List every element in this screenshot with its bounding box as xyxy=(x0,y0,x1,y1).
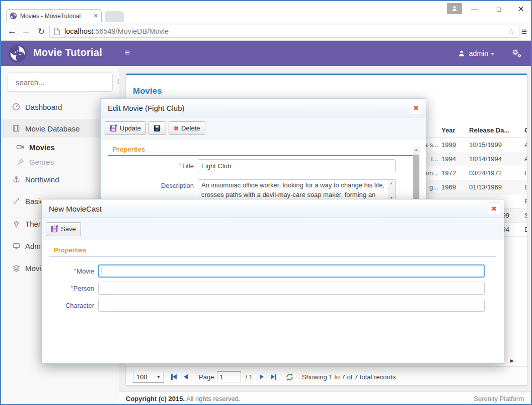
layers-icon xyxy=(11,264,21,273)
update-label: Update xyxy=(120,124,141,132)
new-tab-stub[interactable] xyxy=(105,11,124,22)
column-header-release-date[interactable]: Release Da... xyxy=(469,123,509,138)
page-number-input[interactable] xyxy=(217,371,241,382)
save-floppy-icon xyxy=(51,225,58,233)
page-total: / 1 xyxy=(245,373,252,381)
new-moviecast-dialog: New MovieCast ✖ Save Properties *Movie *… xyxy=(41,199,504,364)
dialog-titlebar[interactable]: Edit Movie (Fight Club) ✖ xyxy=(101,99,426,117)
url-text: localhost:56549/MovieDB/Movie xyxy=(64,27,505,35)
user-caret-icon[interactable]: ▾ xyxy=(491,51,494,56)
search-input[interactable] xyxy=(15,78,117,87)
sidebar-search[interactable] xyxy=(8,73,113,92)
required-mark: * xyxy=(179,162,181,168)
footer: Copyright (c) 2015. All rights reserved.… xyxy=(119,391,531,405)
monitor-icon xyxy=(11,242,21,250)
sidebar-item-label: Northwind xyxy=(25,175,59,184)
update-button[interactable]: Update xyxy=(105,121,146,135)
textarea-scrollbar[interactable]: ▲ ▼ xyxy=(388,180,395,201)
dialog-close-button[interactable]: ✖ xyxy=(488,202,500,215)
profile-button[interactable] xyxy=(447,3,462,14)
forward-button[interactable]: → xyxy=(20,25,32,38)
save-button[interactable]: Save xyxy=(46,222,81,236)
sidebar-toggle-icon[interactable]: ≡ xyxy=(125,48,130,58)
url-host: localhost xyxy=(64,27,93,35)
save-label: Save xyxy=(61,225,76,233)
url-path: :56549/MovieDB/Movie xyxy=(93,27,169,35)
cell-year: 1969 xyxy=(441,180,466,194)
favicon-swirl-icon xyxy=(10,12,17,20)
page-size-value: 100 xyxy=(136,373,147,381)
grid-pager: 100 ▼ Page / 1 Showing 1 to 7 of 7 total… xyxy=(126,366,527,385)
column-header-clipped[interactable]: C xyxy=(524,123,527,138)
tab-properties[interactable]: Properties xyxy=(113,146,145,153)
browser-tab[interactable]: Movies - MovieTutorial ✕ xyxy=(6,9,102,22)
person-input[interactable] xyxy=(98,282,485,295)
brand-title[interactable]: Movie Tutorial xyxy=(33,47,102,58)
save-floppy-icon xyxy=(110,124,117,132)
sidebar-item-label: Movies xyxy=(29,143,55,152)
person-field-label: *Person xyxy=(42,285,98,292)
cell-clipped: A xyxy=(524,152,527,166)
tab-close-icon[interactable]: ✕ xyxy=(94,13,98,19)
sidebar-item-label: Dashboard xyxy=(25,103,62,111)
cell-release-date: 10/15/1999 xyxy=(469,138,509,152)
platform-text: Serenity Platform xyxy=(474,395,524,402)
refresh-icon[interactable] xyxy=(285,373,294,381)
movie-input[interactable] xyxy=(98,264,485,278)
scroll-up-icon[interactable]: ▲ xyxy=(413,148,420,152)
title-field-label: *Title xyxy=(101,162,198,170)
title-input[interactable] xyxy=(198,159,396,172)
browser-toolbar: ← → ↻ localhost:56549/MovieDB/Movie ☆ ≡ xyxy=(1,22,531,41)
dialog-toolbar: Save xyxy=(42,218,504,240)
user-menu[interactable]: admin xyxy=(469,49,488,57)
tab-title: Movies - MovieTutorial xyxy=(20,13,92,20)
page-icon xyxy=(54,28,60,35)
browser-menu-icon[interactable]: ≡ xyxy=(521,26,527,37)
address-bar[interactable]: localhost:56549/MovieDB/Movie ☆ xyxy=(49,25,519,38)
apply-changes-button[interactable] xyxy=(148,121,166,135)
window-maximize-button[interactable]: □ xyxy=(490,3,507,15)
back-button[interactable]: ← xyxy=(6,25,18,38)
description-textarea[interactable]: An insomniac office worker, looking for … xyxy=(198,179,396,201)
wand-icon xyxy=(11,197,21,206)
movie-field-label: *Movie xyxy=(42,267,98,275)
dialog-toolbar: Update ✖ Delete xyxy=(101,117,426,140)
character-input[interactable] xyxy=(98,299,485,312)
prev-page-button[interactable] xyxy=(184,374,188,379)
cell-clipped: D xyxy=(524,180,527,194)
film-icon xyxy=(11,124,21,133)
scroll-right-arrow-icon[interactable]: ▶ xyxy=(510,358,514,363)
apply-floppy-icon xyxy=(154,124,161,132)
character-field-label: Character xyxy=(42,302,98,309)
cell-clipped: S xyxy=(524,209,527,222)
user-icon xyxy=(458,50,465,57)
dialog-close-button[interactable]: ✖ xyxy=(410,102,422,114)
description-field-label: Description xyxy=(101,179,198,192)
tab-underline xyxy=(49,256,496,256)
first-page-button[interactable] xyxy=(171,374,177,380)
scroll-up-icon[interactable]: ▲ xyxy=(388,181,395,185)
pager-status: Showing 1 to 7 of 7 total records xyxy=(302,373,396,381)
person-field-row: *Person xyxy=(42,282,485,295)
last-page-button[interactable] xyxy=(271,374,276,380)
page-size-select[interactable]: 100 ▼ xyxy=(133,371,164,383)
sidebar-item-label: Movi xyxy=(25,264,41,273)
sidebar-item-label: Admi xyxy=(25,242,42,250)
video-camera-icon xyxy=(15,143,25,152)
reload-button[interactable]: ↻ xyxy=(35,25,47,38)
required-mark: * xyxy=(71,285,73,291)
description-text: An insomniac office worker, looking for … xyxy=(201,181,386,200)
cell-year: 1972 xyxy=(441,166,466,180)
bookmark-star-icon[interactable]: ☆ xyxy=(508,27,515,36)
next-page-button[interactable] xyxy=(260,374,264,379)
delete-button[interactable]: ✖ Delete xyxy=(169,121,205,135)
settings-gears-icon[interactable] xyxy=(511,48,522,58)
title-field-row: *Title xyxy=(101,159,396,172)
tab-properties[interactable]: Properties xyxy=(54,246,86,254)
person-icon xyxy=(451,6,458,12)
column-header-year[interactable]: Year xyxy=(441,123,466,138)
dialog-titlebar[interactable]: New MovieCast ✖ xyxy=(42,199,504,218)
window-minimize-button[interactable]: — xyxy=(466,3,483,15)
window-close-button[interactable]: ✕ xyxy=(512,3,529,15)
cell-release-date: 10/14/1994 xyxy=(469,152,509,166)
